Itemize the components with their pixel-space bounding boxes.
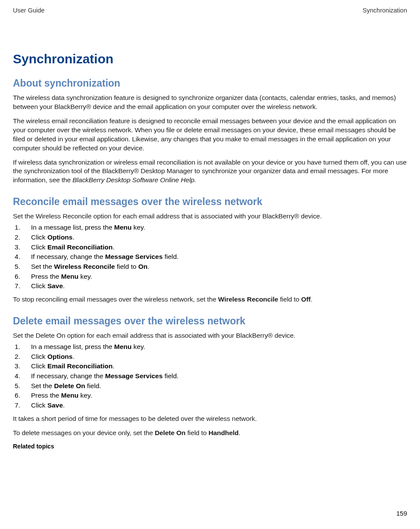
delete-outro: To delete messages on your device only, … <box>13 429 407 438</box>
list-item: Press the Menu key. <box>13 272 407 281</box>
section-about: About synchronization The wireless data … <box>13 78 407 185</box>
list-item: Click Email Reconciliation. <box>13 243 407 252</box>
reconcile-outro: To stop reconciling email messages over … <box>13 295 407 304</box>
list-item: In a message list, press the Menu key. <box>13 342 407 352</box>
reconcile-steps: In a message list, press the Menu key. C… <box>13 223 407 291</box>
about-p1: The wireless data synchronization featur… <box>13 93 407 112</box>
section-title-delete: Delete email messages over the wireless … <box>13 315 407 327</box>
chapter-title: Synchronization <box>13 52 407 66</box>
section-title-reconcile: Reconcile email messages over the wirele… <box>13 196 407 208</box>
list-item: If necessary, change the Message Service… <box>13 371 407 381</box>
page-number: 159 <box>396 510 407 517</box>
list-item: Click Options. <box>13 233 407 242</box>
list-item: Press the Menu key. <box>13 391 407 400</box>
header-left: User Guide <box>13 7 44 14</box>
list-item: Click Save. <box>13 281 407 291</box>
section-title-about: About synchronization <box>13 78 407 89</box>
section-reconcile: Reconcile email messages over the wirele… <box>13 196 407 304</box>
list-item: Click Save. <box>13 401 407 410</box>
page-content: Synchronization About synchronization Th… <box>0 14 420 450</box>
list-item: If necessary, change the Message Service… <box>13 252 407 261</box>
list-item: Click Options. <box>13 352 407 361</box>
page-header: User Guide Synchronization <box>0 0 420 14</box>
about-p2: The wireless email reconciliation featur… <box>13 117 407 153</box>
about-p3-italic: BlackBerry Desktop Software Online Help. <box>72 176 196 184</box>
header-right: Synchronization <box>363 7 407 14</box>
list-item: Set the Delete On field. <box>13 381 407 391</box>
list-item: Set the Wireless Reconcile field to On. <box>13 262 407 271</box>
reconcile-intro: Set the Wireless Reconcile option for ea… <box>13 212 407 221</box>
delete-steps: In a message list, press the Menu key. C… <box>13 342 407 410</box>
section-delete: Delete email messages over the wireless … <box>13 315 407 450</box>
list-item: Click Email Reconciliation. <box>13 361 407 371</box>
delete-note: It takes a short period of time for mess… <box>13 414 407 423</box>
delete-intro: Set the Delete On option for each email … <box>13 331 407 340</box>
related-topics: Related topics <box>13 443 407 450</box>
list-item: In a message list, press the Menu key. <box>13 223 407 232</box>
about-p3: If wireless data synchronization or wire… <box>13 158 407 185</box>
